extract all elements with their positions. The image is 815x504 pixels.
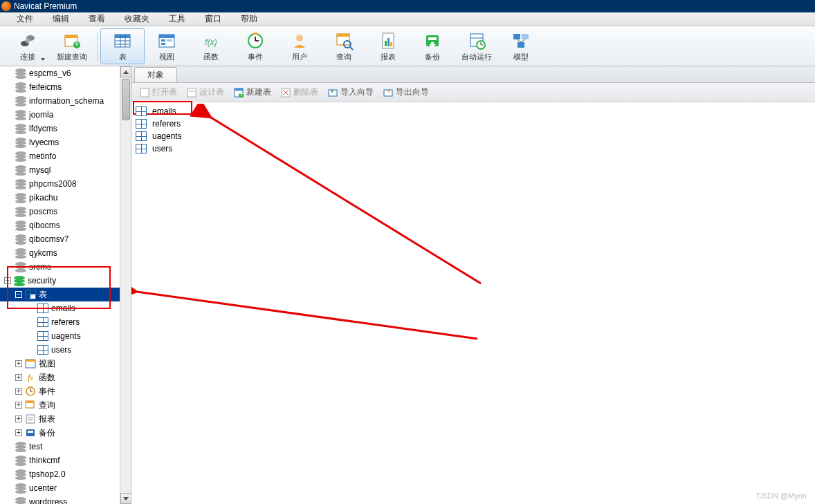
sidebar-scrollbar[interactable] xyxy=(120,66,131,504)
db-item-wordpress[interactable]: wordpress xyxy=(0,495,120,504)
toolbar-user-button[interactable]: 用户 xyxy=(277,28,322,64)
object-list[interactable]: emailsreferersuagentsusers xyxy=(131,102,815,504)
tab-objects[interactable]: 对象 xyxy=(134,67,177,82)
child-node-query[interactable]: +查询 xyxy=(0,398,120,412)
child-node-report[interactable]: +报表 xyxy=(0,412,120,426)
toolbar-auto-button[interactable]: 自动运行 xyxy=(455,28,499,64)
expand-icon[interactable]: + xyxy=(15,374,22,381)
menu-view[interactable]: 查看 xyxy=(79,12,115,26)
svg-point-23 xyxy=(296,35,303,41)
expand-icon[interactable]: + xyxy=(15,429,22,436)
user-icon xyxy=(290,31,309,50)
child-label: 报表 xyxy=(39,413,55,425)
toolbar-report-button[interactable]: 报表 xyxy=(366,28,410,64)
table-item-users[interactable]: users xyxy=(0,343,120,357)
table-label: users xyxy=(51,345,71,355)
db-item-pikachu[interactable]: pikachu xyxy=(0,191,120,205)
objtool-5[interactable]: 导出向导 xyxy=(383,86,429,98)
db-item-tpshop2.0[interactable]: tpshop2.0 xyxy=(0,467,120,481)
toolbar-backup-button[interactable]: 备份 xyxy=(410,28,455,64)
toolbar-table-button[interactable]: 表 xyxy=(100,28,145,64)
expand-icon[interactable]: + xyxy=(15,402,22,409)
objtool-0: 打开表 xyxy=(140,86,177,98)
toolbar-label: 连接 xyxy=(20,52,35,62)
table-item-emails[interactable]: emails xyxy=(0,301,120,315)
svg-rect-22 xyxy=(253,32,257,35)
collapse-icon[interactable]: − xyxy=(4,277,11,284)
db-item-security[interactable]: −security xyxy=(0,274,120,288)
db-item-lfdycms[interactable]: lfdycms xyxy=(0,122,120,136)
object-row-referers[interactable]: referers xyxy=(136,118,811,130)
table-item-referers[interactable]: referers xyxy=(0,315,120,329)
db-item-poscms[interactable]: poscms xyxy=(0,205,120,218)
db-label: espcms_v6 xyxy=(29,68,71,78)
child-node-backup[interactable]: +备份 xyxy=(0,426,120,440)
db-tree[interactable]: espcms_v6feifeicmsinformation_schemajoom… xyxy=(0,66,120,504)
objtool-2[interactable]: +新建表 xyxy=(234,86,271,98)
db-item-mysql[interactable]: mysql xyxy=(0,163,120,177)
menu-help[interactable]: 帮助 xyxy=(231,12,267,26)
db-item-phpcms2008[interactable]: phpcms2008 xyxy=(0,177,120,191)
objtool-3: 删除表 xyxy=(281,86,318,98)
toolbar-event-button[interactable]: 事件 xyxy=(233,28,277,64)
backup-icon xyxy=(423,31,442,50)
objtool-label: 导出向导 xyxy=(396,86,429,98)
child-node-fx[interactable]: +fx函数 xyxy=(0,371,120,384)
tables-node[interactable]: −表 xyxy=(0,288,120,301)
db-item-test[interactable]: test xyxy=(0,440,120,454)
db-item-srcms[interactable]: srcms xyxy=(0,260,120,274)
toolbar-connect-button[interactable]: 连接 xyxy=(6,28,50,64)
db-item-qibocms[interactable]: qibocms xyxy=(0,218,120,232)
table-label: referers xyxy=(51,317,80,327)
object-row-emails[interactable]: emails xyxy=(136,105,811,118)
menu-fav[interactable]: 收藏夹 xyxy=(115,12,159,26)
menu-window[interactable]: 窗口 xyxy=(195,12,231,26)
objtool-icon xyxy=(187,88,196,97)
query-icon xyxy=(25,400,36,410)
db-item-thinkcmf[interactable]: thinkcmf xyxy=(0,454,120,467)
db-item-ucenter[interactable]: ucenter xyxy=(0,481,120,495)
db-item-feifeicms[interactable]: feifeicms xyxy=(0,80,120,94)
db-label: test xyxy=(29,442,42,451)
db-item-qykcms[interactable]: qykcms xyxy=(0,246,120,260)
object-row-users[interactable]: users xyxy=(136,142,811,155)
child-label: 事件 xyxy=(39,386,55,398)
scroll-up-button[interactable] xyxy=(120,66,131,77)
table-item-uagents[interactable]: uagents xyxy=(0,329,120,343)
object-label: users xyxy=(152,144,172,153)
db-label: wordpress xyxy=(29,497,67,504)
objtool-4[interactable]: 导入向导 xyxy=(328,86,374,98)
toolbar-model-button[interactable]: 模型 xyxy=(499,28,543,64)
table-icon xyxy=(37,345,48,355)
menu-edit[interactable]: 编辑 xyxy=(43,12,79,26)
expand-icon[interactable]: + xyxy=(15,416,22,422)
toolbar-func-button[interactable]: f(x)函数 xyxy=(189,28,233,64)
tables-label: 表 xyxy=(39,289,47,301)
database-icon xyxy=(15,469,26,479)
menu-file[interactable]: 文件 xyxy=(7,12,43,26)
collapse-icon[interactable]: − xyxy=(15,291,22,298)
toolbar-query-button[interactable]: 查询 xyxy=(322,28,366,64)
object-toolbar: 打开表设计表+新建表删除表导入向导导出向导 xyxy=(131,83,815,102)
db-item-lvyecms[interactable]: lvyecms xyxy=(0,136,120,149)
db-label: pikachu xyxy=(29,193,57,203)
table-icon xyxy=(113,31,132,50)
db-item-qibocmsv7[interactable]: qibocmsv7 xyxy=(0,232,120,246)
menu-tools[interactable]: 工具 xyxy=(159,12,195,26)
expand-icon[interactable]: + xyxy=(15,360,22,367)
db-item-espcms_v6[interactable]: espcms_v6 xyxy=(0,66,120,80)
toolbar-label: 备份 xyxy=(425,52,440,62)
object-row-uagents[interactable]: uagents xyxy=(136,130,811,142)
scroll-thumb[interactable] xyxy=(122,79,130,120)
toolbar-view-button[interactable]: 视图 xyxy=(145,28,189,64)
svg-text:+: + xyxy=(239,89,244,97)
child-node-clock[interactable]: +事件 xyxy=(0,384,120,398)
child-node-view[interactable]: +视图 xyxy=(0,357,120,371)
auto-icon xyxy=(467,31,486,50)
toolbar-newquery-button[interactable]: +新建查询 xyxy=(50,28,94,64)
db-item-information_schema[interactable]: information_schema xyxy=(0,94,120,108)
db-item-metinfo[interactable]: metinfo xyxy=(0,149,120,163)
db-item-joomla[interactable]: joomla xyxy=(0,108,120,122)
scroll-down-button[interactable] xyxy=(120,493,131,504)
expand-icon[interactable]: + xyxy=(15,388,22,395)
